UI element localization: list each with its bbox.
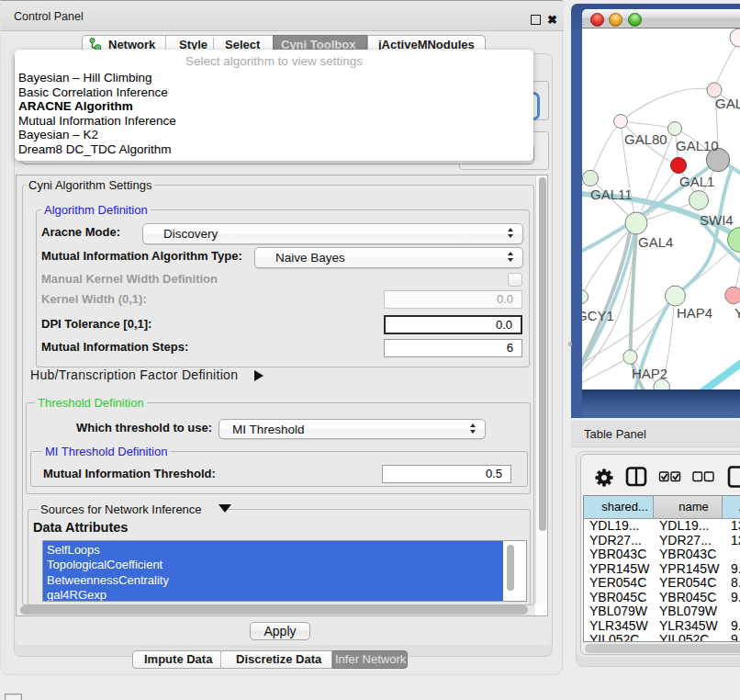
svg-text:HAP2: HAP2: [632, 366, 667, 381]
svg-text:Y: Y: [734, 305, 740, 321]
svg-text:HAP4: HAP4: [677, 305, 712, 321]
svg-text:GAL7: GAL7: [715, 96, 740, 111]
svg-text:GAL10: GAL10: [676, 138, 719, 153]
svg-text:GAL1: GAL1: [679, 174, 714, 189]
svg-text:GCY1: GCY1: [582, 308, 614, 323]
svg-text:GAL80: GAL80: [624, 131, 667, 147]
svg-text:GAL4: GAL4: [638, 234, 673, 250]
svg-text:SWI4: SWI4: [700, 212, 734, 228]
svg-text:GAL11: GAL11: [590, 186, 633, 202]
